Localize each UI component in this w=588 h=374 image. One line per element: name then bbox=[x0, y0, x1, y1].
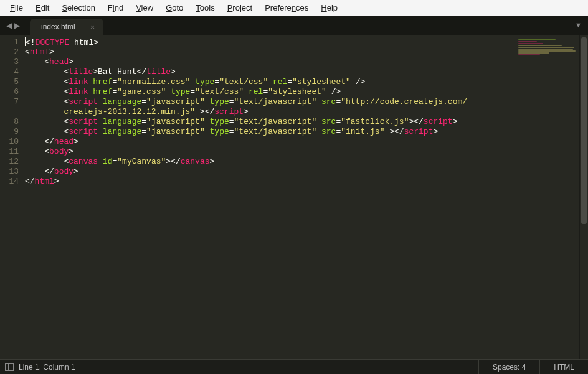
line-number: 13 bbox=[4, 167, 19, 177]
menu-goto[interactable]: Goto bbox=[159, 1, 189, 14]
tab-next-icon[interactable]: ▶ bbox=[14, 21, 20, 30]
line-number: 10 bbox=[4, 137, 19, 147]
line-number: 4 bbox=[4, 67, 19, 77]
code-line[interactable]: <script language="javascript" type="text… bbox=[25, 117, 579, 127]
line-number: 12 bbox=[4, 157, 19, 167]
tab-title: index.html bbox=[41, 22, 75, 31]
code-editor[interactable]: <!DOCTYPE html><html> <head> <title>Bat … bbox=[25, 35, 579, 359]
status-syntax[interactable]: HTML bbox=[539, 360, 588, 375]
code-line[interactable]: <head> bbox=[25, 57, 579, 67]
code-line[interactable]: <canvas id="myCanvas"></canvas> bbox=[25, 157, 579, 167]
status-indentation[interactable]: Spaces: 4 bbox=[478, 360, 539, 375]
code-line[interactable]: </head> bbox=[25, 137, 579, 147]
code-line[interactable]: </body> bbox=[25, 167, 579, 177]
menu-find[interactable]: Find bbox=[102, 1, 130, 14]
menu-file[interactable]: File bbox=[4, 1, 29, 14]
code-line[interactable]: <link href="game.css" type="text/css" re… bbox=[25, 87, 579, 97]
line-number: 3 bbox=[4, 57, 19, 67]
code-line[interactable]: <title>Bat Hunt</title> bbox=[25, 67, 579, 77]
line-number: 1 bbox=[4, 37, 19, 47]
menubar: FileEditSelectionFindViewGotoToolsProjec… bbox=[0, 0, 588, 16]
status-bar: Line 1, Column 1 Spaces: 4 HTML bbox=[0, 359, 588, 374]
code-line[interactable]: createjs-2013.12.12.min.js" ></script> bbox=[25, 107, 579, 117]
code-line[interactable]: <script language="javascript" type="text… bbox=[25, 97, 579, 107]
menu-selection[interactable]: Selection bbox=[55, 1, 101, 14]
code-line[interactable]: <script language="javascript" type="text… bbox=[25, 127, 579, 137]
code-line[interactable]: </html> bbox=[25, 177, 579, 187]
menu-edit[interactable]: Edit bbox=[29, 1, 55, 14]
tab-nav-arrows: ◀ ▶ bbox=[0, 16, 26, 35]
tab-prev-icon[interactable]: ◀ bbox=[6, 21, 12, 30]
menu-preferences[interactable]: Preferences bbox=[258, 1, 315, 14]
code-line[interactable]: <!DOCTYPE html> bbox=[25, 37, 579, 47]
menu-help[interactable]: Help bbox=[315, 1, 344, 14]
line-number: 8 bbox=[4, 117, 19, 127]
line-number bbox=[4, 107, 19, 117]
vertical-scrollbar[interactable] bbox=[579, 35, 588, 359]
editor-area: 1234567891011121314 <!DOCTYPE html><html… bbox=[0, 35, 588, 359]
line-number-gutter: 1234567891011121314 bbox=[0, 35, 25, 359]
panel-switcher-icon[interactable] bbox=[5, 363, 14, 371]
line-number: 2 bbox=[4, 47, 19, 57]
tab-index-html[interactable]: index.html × bbox=[30, 19, 103, 35]
line-number: 9 bbox=[4, 127, 19, 137]
code-line[interactable]: <html> bbox=[25, 47, 579, 57]
scrollbar-thumb[interactable] bbox=[581, 37, 587, 224]
line-number: 7 bbox=[4, 97, 19, 107]
line-number: 5 bbox=[4, 77, 19, 87]
menu-project[interactable]: Project bbox=[221, 1, 258, 14]
tab-overflow-icon[interactable]: ▼ bbox=[575, 21, 582, 29]
status-cursor-position[interactable]: Line 1, Column 1 bbox=[19, 363, 75, 372]
line-number: 14 bbox=[4, 177, 19, 187]
line-number: 11 bbox=[4, 147, 19, 157]
code-line[interactable]: <body> bbox=[25, 147, 579, 157]
menu-view[interactable]: View bbox=[130, 1, 159, 14]
menu-tools[interactable]: Tools bbox=[189, 1, 220, 14]
line-number: 6 bbox=[4, 87, 19, 97]
code-line[interactable]: <link href="normalize.css" type="text/cs… bbox=[25, 77, 579, 87]
tab-bar: ◀ ▶ index.html × ▼ bbox=[0, 16, 588, 35]
close-icon[interactable]: × bbox=[90, 22, 95, 32]
